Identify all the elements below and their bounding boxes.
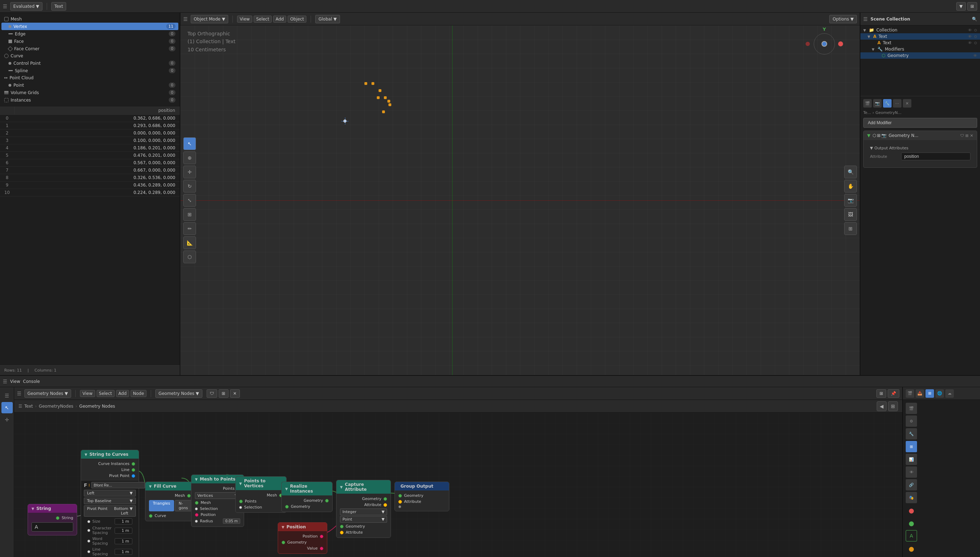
mtp-position-socket[interactable] [195,513,198,517]
sidebar-point[interactable]: Point 0 [2,81,178,89]
world-icon-btn[interactable]: ☁ [945,389,954,398]
render-props-btn[interactable]: 📷 [873,99,882,107]
props-vert-icon-2[interactable]: ⚙ [906,415,917,427]
ca-domain-dropdown[interactable]: Point ▼ [340,516,387,523]
ca-attr-in-socket[interactable] [340,531,343,534]
render-icon[interactable]: ⊙ [974,28,977,33]
add-menu[interactable]: Add [273,16,286,23]
breadcrumb-collapse-btn[interactable]: ◀ [877,401,887,411]
shield-node-btn[interactable]: 🛡 [206,389,217,398]
outliner-item-modifiers[interactable]: ▼ 🔧 Modifiers [860,46,980,52]
mtp-mesh-in-socket[interactable] [195,501,198,505]
select-menu[interactable]: Select [254,16,272,23]
pos-value-out-socket[interactable] [320,547,323,550]
outliner-menu[interactable]: ☰ [863,16,868,22]
node-add-menu[interactable]: Add [116,390,129,397]
sidebar-point-cloud[interactable]: Point Cloud [2,74,178,81]
props-vert-icon-7[interactable]: 🔗 [906,479,917,490]
points-to-vertices-node[interactable]: ▼ Points to Vertices Mesh Points [235,476,286,513]
string-value-display[interactable]: A [31,522,73,531]
add-modifier-button[interactable]: Add Modifier [863,118,977,128]
line-spacing-socket[interactable] [88,550,90,553]
copy-node-btn[interactable]: ⊞ [219,389,229,398]
ri-geo-out-socket[interactable] [325,499,329,503]
triangles-tab[interactable]: Triangles [149,500,174,511]
console-label[interactable]: Console [23,379,40,384]
ca-type-dropdown[interactable]: Integer ▼ [340,508,387,515]
eye-icon[interactable]: 👁 [968,28,972,33]
node-tool-1[interactable]: ☰ [2,390,13,401]
node-tool-move[interactable]: ✛ [2,414,13,425]
align-select[interactable]: Left ▼ [84,490,136,497]
mod-close-icon[interactable]: ✕ [970,134,973,138]
menu-icon[interactable]: ☰ [3,3,7,9]
baseline-select[interactable]: Top Baseline ▼ [84,498,136,504]
viewport-menu-icon[interactable]: ☰ [183,16,188,22]
node-menu-icon[interactable]: ☰ [17,391,21,396]
node-file-dropdown[interactable]: Geometry Nodes ▼ [155,389,202,398]
mod-copy-icon[interactable]: ⊞ [965,134,969,138]
ca-geo-in-socket[interactable] [340,525,343,528]
mtp-vertices-dropdown[interactable]: Vertices ▼ [195,492,240,499]
color-orange-icon[interactable]: ● [906,543,917,554]
grid-toggle[interactable]: ⊞ [844,222,857,235]
camera-view[interactable]: 📷 [844,194,857,207]
string-output-socket[interactable] [56,516,59,520]
char-spacing-socket[interactable] [88,529,90,532]
viewport-area[interactable]: Top Orthographic (1) Collection | Text 1… [180,26,860,375]
color-red-icon[interactable]: ● [906,505,917,516]
size-socket[interactable] [88,520,90,523]
pos-geo-in-socket[interactable] [282,541,285,544]
text-render-icon[interactable]: ⊙ [974,34,977,39]
go-attr-in-socket[interactable] [398,500,402,503]
sidebar-mesh[interactable]: Mesh [2,16,178,23]
scene-props-btn[interactable]: 🎬 [863,99,872,107]
funnel-btn[interactable]: ⊞ [967,2,977,11]
geo-nodes-active-icon[interactable]: A [906,530,917,541]
node-select-menu[interactable]: Select [97,390,115,397]
word-spacing-socket[interactable] [88,540,90,542]
ptv-selection-socket[interactable] [239,506,242,509]
geo-eye-icon[interactable]: 👁 [973,54,977,58]
ptv-points-in-socket[interactable] [239,500,243,503]
move-tool[interactable]: ✛ [183,166,196,178]
measure-tool[interactable]: 📐 [183,236,196,249]
sidebar-curve[interactable]: Curve [2,52,178,59]
props-vert-icon-6[interactable]: 👁 [906,466,917,478]
close-props-btn[interactable]: ✕ [903,99,911,107]
sidebar-instances[interactable]: Instances 0 [2,96,178,104]
nested-render-icon[interactable]: ⊙ [974,41,977,45]
col-position[interactable]: position [14,106,180,115]
node-canvas[interactable]: ▼ String String A [14,413,902,557]
pan-tool[interactable]: ✋ [844,180,857,192]
node-type-dropdown[interactable]: Geometry Nodes ▼ [24,389,71,398]
capture-attribute-node[interactable]: ▼ Capture Attribute Geometry Attribute [336,480,391,538]
ca-geo-out-socket[interactable] [384,497,387,501]
scale-tool[interactable]: ⤡ [183,194,196,207]
stc-pivot-socket[interactable] [132,474,135,478]
object-menu[interactable]: Object [288,16,306,23]
font-name-input[interactable] [91,482,145,489]
go-extra-socket[interactable] [398,505,401,508]
global-dropdown[interactable]: Global ▼ [315,15,340,23]
view-label[interactable]: View [10,379,20,384]
outliner-item-collection[interactable]: ▼ 📁 Collection 👁 ⊙ [860,27,980,33]
color-green-icon[interactable]: ● [906,517,917,529]
view-layer-icon-btn[interactable]: ⊞ [926,389,934,398]
render-view[interactable]: 🖼 [844,208,857,221]
view-menu[interactable]: View [237,16,252,23]
group-output-node[interactable]: Group Output Geometry Attribute [395,482,449,511]
go-geo-in-socket[interactable] [398,494,402,498]
outliner-item-geometry[interactable]: ⬡ Geometry 👁 [860,52,980,59]
sidebar-control-point[interactable]: Control Point 0 [2,59,178,67]
sidebar-face[interactable]: Face 0 [2,37,178,45]
ca-attr-out-socket[interactable] [384,503,387,507]
rotate-tool[interactable]: ↻ [183,180,196,192]
fc-mesh-out-socket[interactable] [187,494,191,498]
close-node-btn[interactable]: ✕ [230,389,240,398]
fc-curve-in-socket[interactable] [149,514,153,518]
props-vert-icon-3[interactable]: 🔧 [906,428,917,440]
annotate-tool[interactable]: ✏ [183,222,196,235]
attribute-input[interactable] [901,153,970,160]
spreadsheet-table-area[interactable]: position 0 0.362, 0.686, 0.000 1 0.293, … [0,106,180,365]
